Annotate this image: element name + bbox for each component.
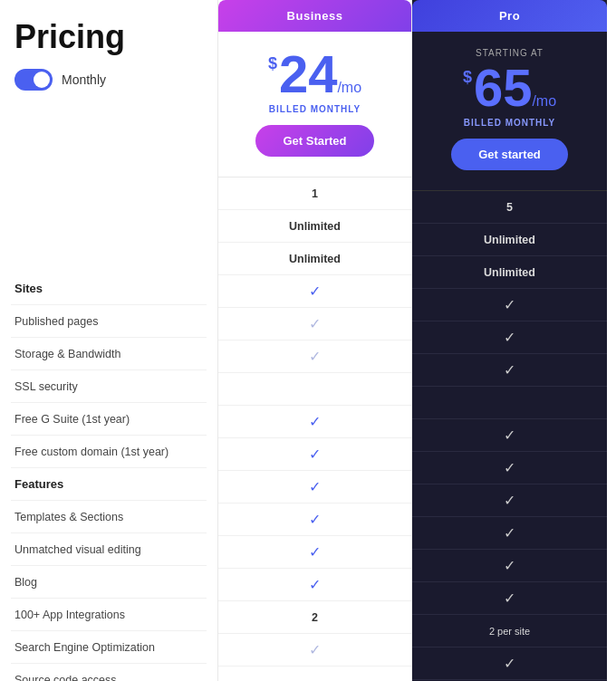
business-seo-check: ✓ [218, 536, 411, 568]
business-visual-check: ✓ [218, 438, 411, 470]
business-blog: ✓ [218, 471, 411, 504]
business-domain-check: ✓ [218, 340, 411, 372]
pro-app-check: ✓ [412, 517, 607, 549]
pro-source-code: ✓ [412, 582, 607, 615]
price-spacer [11, 105, 207, 273]
business-visual-editing: ✓ [218, 438, 411, 471]
label-seo: Search Engine Optimization [11, 631, 207, 664]
pro-price-row: $ 65 /mo [423, 62, 596, 114]
pro-pro-check: ✓ [412, 647, 607, 679]
business-source-code: ✓ [218, 569, 411, 601]
business-pro-check: ✓ [218, 634, 411, 666]
label-templates: Templates & Sections [11, 501, 207, 533]
pro-blog-check: ✓ [412, 484, 607, 516]
pro-header: Pro [412, 0, 607, 32]
pro-domain: ✓ [412, 354, 607, 387]
pro-price-mo: /mo [532, 94, 556, 109]
pro-pro-features: ✓ [412, 647, 607, 680]
business-sites: 1 [218, 177, 411, 210]
business-support-empty [218, 667, 411, 681]
business-gsuite: ✓ [218, 308, 411, 340]
pro-billed-label: BILLED MONTHLY [423, 118, 596, 128]
pro-sites-value: 5 [412, 191, 607, 223]
pro-price: 65 [474, 62, 533, 114]
pro-column: Pro STARTING AT $ 65 /mo BILLED MONTHLY … [412, 0, 607, 681]
label-custom-domain: Free custom domain (1st year) [11, 436, 207, 468]
pro-storage: Unlimited [412, 256, 607, 289]
pro-templates: ✓ [412, 419, 607, 452]
pro-gsuite-check: ✓ [412, 321, 607, 353]
left-header: Pricing Monthly [11, 0, 207, 105]
billing-toggle-row: Monthly [14, 69, 207, 91]
business-app-check: ✓ [218, 504, 411, 535]
pro-visual-check: ✓ [412, 452, 607, 484]
business-price-row: $ 24 /mo [229, 48, 400, 101]
pro-source-check: ✓ [412, 582, 607, 614]
pro-cta-button[interactable]: Get started [451, 139, 568, 170]
business-billed-label: BILLED MONTHLY [229, 104, 400, 114]
label-ssl: SSL security [11, 370, 207, 403]
pro-blog: ✓ [412, 484, 607, 517]
business-price: 24 [279, 48, 338, 101]
pro-pages-value: Unlimited [412, 224, 607, 255]
label-gsuite: Free G Suite (1st year) [11, 403, 207, 436]
pro-seo-check: ✓ [412, 550, 607, 581]
pro-templates-check: ✓ [412, 419, 607, 451]
business-ssl-check: ✓ [218, 275, 411, 307]
business-features-divider [218, 373, 411, 406]
business-templates: ✓ [218, 406, 411, 438]
business-seo: ✓ [218, 536, 411, 569]
business-gsuite-check: ✓ [218, 308, 411, 340]
label-source-code: Source code access [11, 664, 207, 681]
business-storage-value: Unlimited [218, 243, 411, 274]
pro-pricing-section: STARTING AT $ 65 /mo BILLED MONTHLY Get … [412, 32, 607, 191]
business-support-divider [218, 667, 411, 681]
business-ssl: ✓ [218, 275, 411, 308]
business-pages-value: Unlimited [218, 210, 411, 242]
pro-seo: ✓ [412, 550, 607, 582]
features-column: Pricing Monthly Sites Published pages St… [0, 0, 217, 681]
page-title: Pricing [14, 18, 207, 56]
business-cta-button[interactable]: Get Started [255, 125, 373, 157]
pro-currency: $ [463, 69, 472, 85]
business-app-integrations: ✓ [218, 504, 411, 536]
pro-features-empty [412, 387, 607, 418]
pro-sites: 5 [412, 191, 607, 224]
business-price-mo: /mo [337, 81, 361, 95]
billing-label: Monthly [62, 72, 106, 87]
business-values: 1 Unlimited Unlimited ✓ ✓ ✓ [218, 177, 411, 681]
business-team-members: 2 [218, 601, 411, 634]
business-sites-value: 1 [218, 177, 411, 209]
pro-visual-editing: ✓ [412, 452, 607, 484]
pro-gsuite: ✓ [412, 321, 607, 354]
pro-ssl: ✓ [412, 289, 607, 321]
business-header: Business [218, 0, 411, 32]
business-published-pages: Unlimited [218, 210, 411, 243]
toggle-knob [34, 72, 50, 88]
business-domain: ✓ [218, 340, 411, 373]
label-features-header: Features [11, 468, 207, 501]
pro-published-pages: Unlimited [412, 224, 607, 256]
business-column: Business $ 24 /mo BILLED MONTHLY Get Sta… [217, 0, 412, 681]
business-features-empty [218, 373, 411, 405]
pro-features-divider [412, 387, 607, 419]
label-published-pages: Published pages [11, 305, 207, 338]
label-sites: Sites [11, 273, 207, 305]
business-pricing-section: $ 24 /mo BILLED MONTHLY Get Started [218, 32, 411, 177]
pro-app-integrations: ✓ [412, 517, 607, 550]
label-visual-editing: Unmatched visual editing [11, 533, 207, 566]
pro-starting-at: STARTING AT [423, 48, 596, 58]
pro-domain-check: ✓ [412, 354, 607, 386]
pro-team-members: 2 per site [412, 615, 607, 647]
label-blog: Blog [11, 566, 207, 599]
business-templates-check: ✓ [218, 406, 411, 437]
feature-labels: Sites Published pages Storage & Bandwidt… [11, 105, 207, 681]
label-app-integrations: 100+ App Integrations [11, 599, 207, 631]
pro-storage-value: Unlimited [412, 256, 607, 288]
business-currency: $ [268, 55, 277, 72]
pro-ssl-check: ✓ [412, 289, 607, 321]
label-storage-bandwidth: Storage & Bandwidth [11, 338, 207, 370]
business-blog-check: ✓ [218, 471, 411, 503]
business-source-check: ✓ [218, 569, 411, 600]
billing-toggle[interactable] [14, 69, 53, 91]
